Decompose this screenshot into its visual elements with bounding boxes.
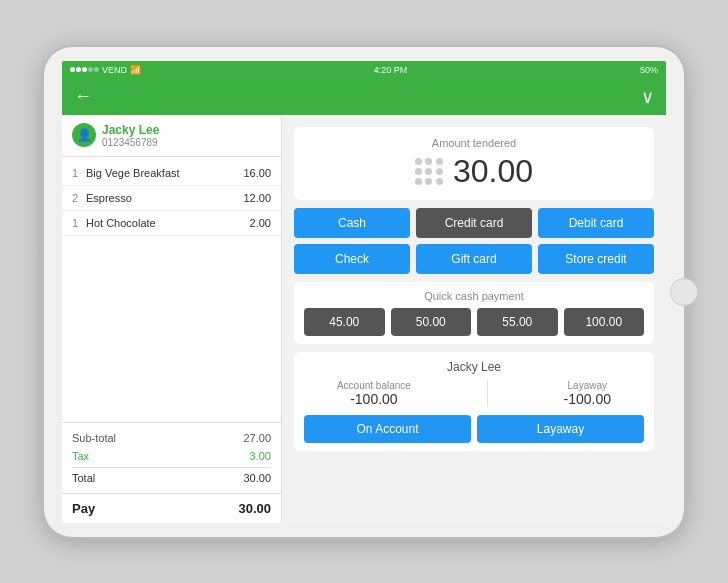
- keypad-dot: [436, 158, 443, 165]
- item-price: 16.00: [243, 167, 271, 179]
- gift-card-button[interactable]: Gift card: [416, 244, 532, 274]
- layaway-value: -100.00: [564, 391, 611, 407]
- item-qty: 1: [72, 217, 86, 229]
- customer-section: 👤 Jacky Lee 0123456789: [62, 115, 281, 157]
- order-item: 1 Hot Chocolate 2.00: [62, 211, 281, 236]
- battery-label: 50%: [640, 65, 658, 75]
- time-label: 4:20 PM: [374, 65, 408, 75]
- chevron-down-button[interactable]: ∨: [641, 86, 654, 108]
- customer-avatar: 👤: [72, 123, 96, 147]
- item-qty: 2: [72, 192, 86, 204]
- subtotal-label: Sub-total: [72, 432, 116, 444]
- quick-cash-button-3[interactable]: 100.00: [564, 308, 645, 336]
- layaway-label: Layaway: [564, 380, 611, 391]
- total-label: Total: [72, 472, 95, 484]
- tax-row: Tax 3.00: [72, 447, 271, 465]
- debit-card-button[interactable]: Debit card: [538, 208, 654, 238]
- amount-value: 30.00: [453, 153, 533, 190]
- check-button[interactable]: Check: [294, 244, 410, 274]
- pay-label: Pay: [72, 501, 95, 516]
- payment-buttons: CashCredit cardDebit cardCheckGift cardS…: [294, 208, 654, 274]
- order-item: 2 Espresso 12.00: [62, 186, 281, 211]
- layaway-balance-item: Layaway -100.00: [564, 380, 611, 407]
- order-items-list: 1 Big Vege Breakfast 16.00 2 Espresso 12…: [62, 157, 281, 422]
- right-panel: Amount tendered 30.00 CashCredit cardDeb…: [282, 115, 666, 523]
- item-qty: 1: [72, 167, 86, 179]
- on-account-button[interactable]: On Account: [304, 415, 471, 443]
- total-value: 30.00: [243, 472, 271, 484]
- pay-row: Pay 30.00: [62, 493, 281, 523]
- nav-bar: ← ∨: [62, 79, 666, 115]
- keypad-dot: [415, 178, 422, 185]
- home-button[interactable]: [670, 278, 698, 306]
- subtotal-row: Sub-total 27.00: [72, 429, 271, 447]
- item-price: 12.00: [243, 192, 271, 204]
- carrier-label: VEND: [102, 65, 127, 75]
- dot3: [82, 67, 87, 72]
- dot4: [88, 67, 93, 72]
- account-balances: Account balance -100.00 Layaway -100.00: [304, 380, 644, 407]
- quick-cash-button-2[interactable]: 55.00: [477, 308, 558, 336]
- keypad-dot: [415, 158, 422, 165]
- dot5: [94, 67, 99, 72]
- item-name: Espresso: [86, 192, 243, 204]
- cash-button[interactable]: Cash: [294, 208, 410, 238]
- signal-dots: [70, 67, 99, 72]
- device-frame: VEND 📶 4:20 PM 50% ← ∨ 👤 Jacky Lee 01234…: [44, 47, 684, 537]
- dot1: [70, 67, 75, 72]
- amount-label: Amount tendered: [304, 137, 644, 149]
- back-button[interactable]: ←: [74, 86, 92, 107]
- quick-cash-buttons: 45.0050.0055.00100.00: [304, 308, 644, 336]
- keypad-icon[interactable]: [415, 158, 443, 185]
- keypad-dot: [415, 168, 422, 175]
- side-button: [38, 243, 42, 259]
- wifi-icon: 📶: [130, 65, 141, 75]
- amount-display: 30.00: [304, 153, 644, 190]
- keypad-dot: [425, 168, 432, 175]
- layaway-button[interactable]: Layaway: [477, 415, 644, 443]
- account-balance-item: Account balance -100.00: [337, 380, 411, 407]
- account-customer-name: Jacky Lee: [304, 360, 644, 374]
- customer-account-section: Jacky Lee Account balance -100.00 Layawa…: [294, 352, 654, 451]
- quick-cash-section: Quick cash payment 45.0050.0055.00100.00: [294, 282, 654, 344]
- status-bar: VEND 📶 4:20 PM 50%: [62, 61, 666, 79]
- account-balance-label: Account balance: [337, 380, 411, 391]
- credit-card-button[interactable]: Credit card: [416, 208, 532, 238]
- pay-amount: 30.00: [238, 501, 271, 516]
- order-item: 1 Big Vege Breakfast 16.00: [62, 161, 281, 186]
- store-credit-button[interactable]: Store credit: [538, 244, 654, 274]
- item-price: 2.00: [250, 217, 271, 229]
- total-row: Total 30.00: [72, 467, 271, 487]
- account-action-buttons: On Account Layaway: [304, 415, 644, 443]
- item-name: Big Vege Breakfast: [86, 167, 243, 179]
- balance-divider: [487, 380, 488, 407]
- quick-cash-label: Quick cash payment: [304, 290, 644, 302]
- dot2: [76, 67, 81, 72]
- left-panel: 👤 Jacky Lee 0123456789 1 Big Vege Breakf…: [62, 115, 282, 523]
- item-name: Hot Chocolate: [86, 217, 250, 229]
- customer-phone: 0123456789: [102, 137, 159, 148]
- keypad-dot: [425, 158, 432, 165]
- customer-info: Jacky Lee 0123456789: [102, 123, 159, 148]
- screen-body: 👤 Jacky Lee 0123456789 1 Big Vege Breakf…: [62, 115, 666, 523]
- keypad-dot: [436, 178, 443, 185]
- tax-label: Tax: [72, 450, 89, 462]
- status-left: VEND 📶: [70, 65, 141, 75]
- subtotal-value: 27.00: [243, 432, 271, 444]
- customer-name[interactable]: Jacky Lee: [102, 123, 159, 137]
- amount-section: Amount tendered 30.00: [294, 127, 654, 200]
- totals-section: Sub-total 27.00 Tax 3.00 Total 30.00: [62, 422, 281, 493]
- keypad-dot: [436, 168, 443, 175]
- quick-cash-button-1[interactable]: 50.00: [391, 308, 472, 336]
- account-balance-value: -100.00: [337, 391, 411, 407]
- keypad-dot: [425, 178, 432, 185]
- tax-value: 3.00: [250, 450, 271, 462]
- quick-cash-button-0[interactable]: 45.00: [304, 308, 385, 336]
